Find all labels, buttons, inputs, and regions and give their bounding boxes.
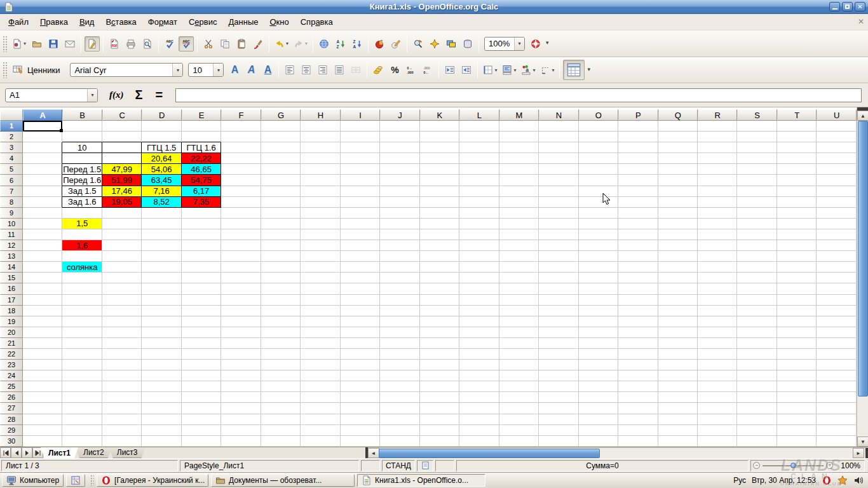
cell[interactable]: [658, 251, 698, 262]
cell[interactable]: [817, 403, 856, 414]
cell[interactable]: [618, 229, 658, 240]
cell[interactable]: [341, 251, 380, 262]
cell[interactable]: [420, 153, 459, 164]
cell[interactable]: [817, 306, 856, 316]
cell[interactable]: [420, 121, 459, 132]
cell[interactable]: [737, 425, 776, 436]
cell[interactable]: [658, 349, 698, 360]
cell[interactable]: [62, 153, 102, 164]
clock[interactable]: Втр, 30 Апр, 12:53: [752, 476, 816, 485]
row-header-13[interactable]: 13: [0, 251, 23, 262]
cell[interactable]: [698, 164, 737, 175]
cell[interactable]: [62, 283, 102, 294]
cell[interactable]: [737, 327, 776, 338]
cell[interactable]: [420, 392, 459, 403]
cell[interactable]: [579, 219, 618, 229]
cell[interactable]: [658, 338, 698, 349]
grid-lines-toggle[interactable]: [563, 60, 585, 80]
row-header-7[interactable]: 7: [0, 186, 23, 197]
cell[interactable]: [658, 240, 698, 251]
cell[interactable]: [737, 306, 776, 316]
cell[interactable]: [817, 197, 856, 208]
cell[interactable]: [182, 349, 221, 360]
cell[interactable]: [182, 262, 221, 273]
cell[interactable]: [221, 360, 261, 370]
cell[interactable]: [102, 392, 142, 403]
cell[interactable]: [261, 175, 301, 186]
cell[interactable]: [539, 436, 578, 447]
cell[interactable]: [380, 381, 419, 392]
cell[interactable]: [420, 349, 459, 360]
save-button[interactable]: [46, 36, 61, 51]
cell[interactable]: [142, 360, 181, 370]
cell[interactable]: [539, 327, 578, 338]
column-header-U[interactable]: U: [817, 109, 856, 121]
cell[interactable]: [579, 121, 618, 132]
column-header-P[interactable]: P: [618, 109, 658, 121]
name-box[interactable]: A1 ▾: [5, 88, 98, 102]
cell[interactable]: [618, 283, 658, 294]
cell[interactable]: [817, 142, 856, 153]
speaker-icon[interactable]: [853, 475, 864, 485]
cell[interactable]: [737, 349, 776, 360]
price-tags-button[interactable]: [10, 62, 25, 78]
cell-E4[interactable]: 22,22: [182, 153, 221, 164]
cell[interactable]: [459, 327, 499, 338]
cell[interactable]: [499, 327, 539, 338]
cell[interactable]: [539, 121, 578, 132]
toolbar-grip[interactable]: [3, 62, 7, 78]
cell[interactable]: [221, 306, 261, 316]
cell[interactable]: [618, 132, 658, 142]
cell[interactable]: [658, 273, 698, 283]
cell[interactable]: [182, 403, 221, 414]
cell[interactable]: [301, 316, 340, 327]
zoom-out-icon[interactable]: −: [753, 462, 760, 469]
increase-indent-button[interactable]: [459, 62, 474, 78]
cell[interactable]: [777, 349, 817, 360]
cell[interactable]: [737, 164, 776, 175]
cell[interactable]: [62, 121, 102, 132]
cell[interactable]: [777, 370, 817, 381]
cell[interactable]: [23, 164, 62, 175]
cell[interactable]: [221, 338, 261, 349]
cell[interactable]: [499, 403, 539, 414]
cell[interactable]: [698, 197, 737, 208]
cell[interactable]: [459, 295, 499, 306]
cell[interactable]: [420, 142, 459, 153]
cell-D3[interactable]: ГТЦ 1.5: [142, 142, 181, 153]
cell[interactable]: [499, 360, 539, 370]
column-header-S[interactable]: S: [737, 109, 776, 121]
cell[interactable]: [341, 240, 380, 251]
cell[interactable]: [698, 295, 737, 306]
cell[interactable]: [618, 338, 658, 349]
taskbar-window-button[interactable]: Книга1.xls - OpenOffice.o...: [357, 474, 485, 487]
cell[interactable]: [459, 197, 499, 208]
cell[interactable]: [579, 142, 618, 153]
cell[interactable]: [618, 436, 658, 447]
cell[interactable]: [777, 403, 817, 414]
cell[interactable]: [221, 251, 261, 262]
cell[interactable]: [579, 436, 618, 447]
cell[interactable]: [182, 370, 221, 381]
cell[interactable]: [499, 175, 539, 186]
cell[interactable]: [182, 414, 221, 425]
cell[interactable]: [777, 251, 817, 262]
cell[interactable]: [380, 327, 419, 338]
cell[interactable]: [420, 197, 459, 208]
cell[interactable]: [499, 425, 539, 436]
cell[interactable]: [817, 121, 856, 132]
column-header-L[interactable]: L: [459, 109, 499, 121]
cell[interactable]: [221, 175, 261, 186]
cell[interactable]: [142, 403, 181, 414]
cell[interactable]: [499, 240, 539, 251]
cell[interactable]: [618, 186, 658, 197]
cell-E7[interactable]: 6,17: [182, 186, 221, 197]
cell[interactable]: [698, 229, 737, 240]
cell[interactable]: [777, 283, 817, 294]
cell[interactable]: [261, 295, 301, 306]
cell[interactable]: [539, 153, 578, 164]
cell[interactable]: [182, 229, 221, 240]
cell[interactable]: [539, 360, 578, 370]
cell[interactable]: [539, 262, 578, 273]
cell[interactable]: [301, 229, 340, 240]
